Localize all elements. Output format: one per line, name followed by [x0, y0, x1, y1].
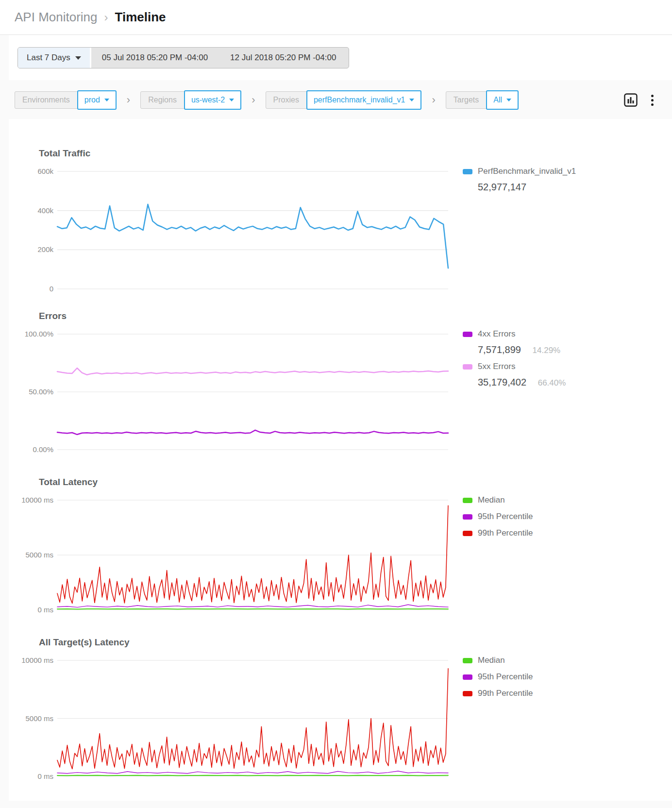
regions-dropdown[interactable]: us-west-2 [184, 90, 241, 110]
legend-swatch [463, 531, 472, 536]
total-latency-plot-area[interactable] [57, 500, 448, 610]
legend-item-median[interactable]: Median [463, 655, 533, 666]
legend-item-95th[interactable]: 95th Percentile [463, 511, 533, 522]
legend-label: 99th Percentile [478, 528, 533, 538]
filter-group-targets: Targets All [446, 90, 519, 110]
y-tick: 0.00% [33, 445, 53, 454]
legend-item-99th[interactable]: 99th Percentile [463, 528, 533, 539]
legend-label: 95th Percentile [478, 512, 533, 522]
legend-label: Median [478, 656, 505, 665]
date-range-preset-label: Last 7 Days [27, 53, 70, 63]
kebab-menu-icon[interactable] [649, 94, 655, 107]
legend-swatch [463, 364, 472, 370]
y-tick: 10000 ms [21, 656, 53, 664]
chart-title: Total Latency [39, 477, 672, 488]
errors-5xx-count: 35,179,402 [478, 377, 526, 387]
app-header: API Monitoring › Timeline [0, 0, 672, 35]
regions-label: Regions [140, 91, 185, 109]
targets-value: All [493, 96, 502, 104]
chevron-down-icon [409, 99, 414, 101]
chart-title: Total Traffic [39, 148, 672, 159]
y-tick: 10000 ms [21, 496, 53, 504]
y-tick: 0 ms [37, 606, 53, 614]
legend-label: PerfBenchmark_invalid_v1 [478, 167, 576, 176]
total-traffic-chart: Total Traffic 600k 400k 200k 0 PerfBench… [9, 148, 672, 289]
y-tick: 400k [37, 206, 53, 215]
errors-4xx-value: 7,571,899 14.29% [478, 344, 566, 355]
environments-dropdown[interactable]: prod [77, 90, 117, 110]
date-range-preset-dropdown[interactable]: Last 7 Days [18, 48, 91, 68]
traffic-total-value: 52,977,147 [478, 182, 576, 193]
legend-swatch [463, 514, 472, 520]
legend-label: 5xx Errors [478, 362, 515, 371]
total-latency-chart: Total Latency 10000 ms 5000 ms 0 ms Medi… [9, 477, 672, 610]
date-toolbar: Last 7 Days 05 Jul 2018 05:20 PM -04:00 … [9, 35, 672, 80]
filter-group-regions: Regions us-west-2 [140, 90, 241, 110]
errors-5xx-pct: 66.40% [538, 378, 566, 387]
legend-item-99th[interactable]: 99th Percentile [463, 688, 533, 699]
legend-swatch [463, 658, 472, 663]
legend-item-proxy[interactable]: PerfBenchmark_invalid_v1 [463, 166, 576, 177]
traffic-plot-area[interactable] [57, 171, 448, 289]
y-tick: 600k [37, 167, 53, 175]
y-tick: 100.00% [25, 330, 53, 338]
legend-swatch [463, 691, 472, 696]
proxies-dropdown[interactable]: perfBenchmark_invalid_v1 [306, 90, 422, 110]
filter-bar: Environments prod › Regions us-west-2 › … [0, 80, 672, 119]
targets-dropdown[interactable]: All [486, 90, 519, 110]
filter-separator-icon: › [432, 94, 435, 106]
bar-chart-icon[interactable] [624, 93, 638, 107]
errors-chart: Errors 100.00% 50.00% 0.00% 4xx Errors 7… [9, 311, 672, 450]
filter-group-proxies: Proxies perfBenchmark_invalid_v1 [266, 90, 422, 110]
charts-card: Total Traffic 600k 400k 200k 0 PerfBench… [9, 119, 672, 801]
date-range-control: Last 7 Days 05 Jul 2018 05:20 PM -04:00 … [17, 47, 349, 68]
legend-item-5xx[interactable]: 5xx Errors [463, 361, 566, 372]
chart-legend: 4xx Errors 7,571,899 14.29% 5xx Errors 3… [463, 329, 566, 394]
regions-value: us-west-2 [191, 96, 225, 104]
range-end-date[interactable]: 12 Jul 2018 05:20 PM -04:00 [230, 53, 336, 63]
y-tick: 0 [50, 285, 53, 293]
filter-separator-icon: › [252, 94, 255, 106]
page-title: Timeline [115, 10, 166, 25]
chart-legend: PerfBenchmark_invalid_v1 52,977,147 [463, 166, 576, 199]
legend-swatch [463, 674, 472, 680]
environments-value: prod [84, 96, 100, 104]
range-start-date[interactable]: 05 Jul 2018 05:20 PM -04:00 [102, 53, 208, 63]
legend-swatch [463, 332, 472, 337]
legend-label: 99th Percentile [478, 689, 533, 698]
chart-legend: Median 95th Percentile 99th Percentile [463, 495, 533, 544]
targets-label: Targets [446, 91, 487, 109]
breadcrumb-section[interactable]: API Monitoring [15, 10, 98, 25]
legend-swatch [463, 498, 472, 503]
legend-label: 4xx Errors [478, 329, 515, 339]
legend-label: 95th Percentile [478, 672, 533, 682]
y-tick: 50.00% [29, 387, 53, 396]
proxies-value: perfBenchmark_invalid_v1 [314, 96, 405, 104]
all-targets-latency-chart: All Target(s) Latency 10000 ms 5000 ms 0… [9, 637, 672, 776]
y-tick: 0 ms [37, 772, 53, 780]
legend-item-4xx[interactable]: 4xx Errors [463, 329, 566, 339]
environments-label: Environments [15, 91, 78, 109]
page-body: Last 7 Days 05 Jul 2018 05:20 PM -04:00 … [0, 35, 672, 808]
chart-title: All Target(s) Latency [39, 637, 672, 648]
errors-plot-area[interactable] [57, 334, 448, 450]
legend-label: Median [478, 495, 505, 505]
chevron-down-icon [229, 99, 234, 101]
filter-separator-icon: › [127, 94, 130, 106]
legend-item-median[interactable]: Median [463, 495, 533, 505]
y-tick: 5000 ms [25, 714, 53, 723]
chart-title: Errors [39, 311, 672, 321]
chevron-down-icon [104, 99, 109, 101]
filter-group-environments: Environments prod [15, 90, 117, 110]
y-tick: 200k [37, 245, 53, 253]
errors-4xx-pct: 14.29% [533, 346, 561, 355]
y-tick: 5000 ms [25, 551, 53, 559]
errors-4xx-count: 7,571,899 [478, 344, 521, 355]
breadcrumb-separator-icon: › [104, 11, 108, 24]
all-targets-latency-plot-area[interactable] [57, 660, 448, 776]
date-range-values: 05 Jul 2018 05:20 PM -04:00 12 Jul 2018 … [91, 48, 349, 68]
legend-item-95th[interactable]: 95th Percentile [463, 672, 533, 682]
legend-swatch [463, 169, 472, 174]
proxies-label: Proxies [266, 91, 307, 109]
chevron-down-icon [75, 56, 81, 60]
